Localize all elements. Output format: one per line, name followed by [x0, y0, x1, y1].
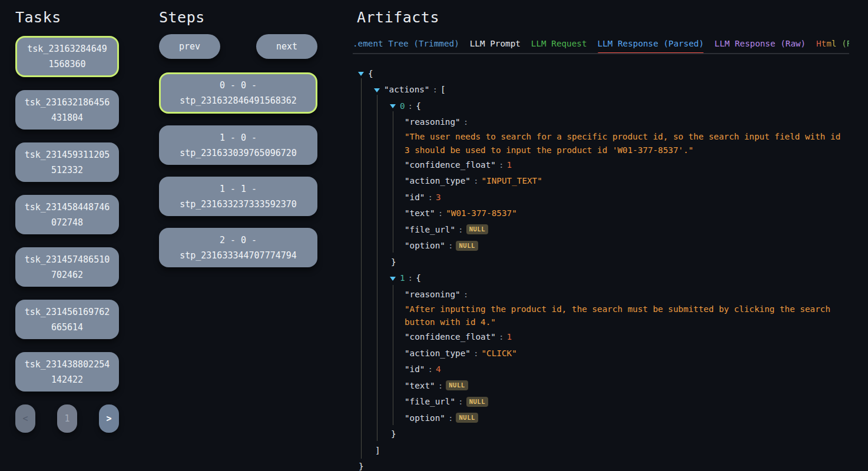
tab-llm-request[interactable]: LLM Request [531, 38, 587, 49]
tasks-pagination: < 1 > [15, 404, 119, 433]
tree-row: "file_url":NULL [357, 394, 849, 410]
task-item[interactable]: tsk_231457486510702462 [15, 247, 119, 287]
pagination-prev-button[interactable]: < [15, 404, 35, 433]
tree-row: } [357, 426, 849, 443]
collapse-icon[interactable] [374, 88, 380, 92]
tree-row: "option":NULL [357, 410, 849, 426]
steps-panel: Steps prev next 0 - 0 - stp_231632846491… [159, 9, 317, 279]
indent-guide [377, 95, 377, 441]
tree-row: "action_type":"INPUT_TEXT" [357, 173, 849, 190]
tree-row: 1:{ [357, 270, 849, 287]
null-badge: NULL [446, 380, 468, 390]
tab-html-raw[interactable]: Html (Raw) [816, 38, 849, 49]
collapse-icon[interactable] [390, 277, 396, 281]
tree-row: "text":NULL [357, 377, 849, 394]
artifacts-title: Artifacts [357, 9, 849, 26]
tasks-title: Tasks [15, 9, 119, 26]
task-item[interactable]: tsk_231632186456431804 [15, 90, 119, 130]
tree-row: "confidence_float":1 [357, 157, 849, 173]
tree-row: "text":"W01-377-8537" [357, 205, 849, 222]
collapse-icon[interactable] [390, 104, 396, 108]
step-item[interactable]: 1 - 0 - stp_231633039765096720 [159, 125, 317, 165]
task-item[interactable]: tsk_231456169762665614 [15, 300, 119, 339]
json-string-value: "The user needs to search for a specific… [357, 130, 843, 157]
task-item[interactable]: tsk_231459311205512332 [15, 142, 119, 182]
task-item[interactable]: tsk_231458448746072748 [15, 195, 119, 234]
json-string-value: "After inputting the product id, the sea… [357, 303, 843, 329]
next-step-button[interactable]: next [256, 34, 317, 59]
tree-row: "id":3 [357, 189, 849, 205]
pagination-page-button[interactable]: 1 [57, 404, 77, 433]
indent-guide [393, 285, 393, 425]
tree-row: ] [357, 442, 849, 459]
steps-nav: prev next [159, 34, 317, 59]
indent-guide [361, 78, 362, 459]
tree-row: { [357, 65, 849, 82]
tree-row: "action_type":"CLICK" [357, 345, 849, 361]
task-item[interactable]: tsk_231632846491568360 [15, 36, 119, 77]
step-item[interactable]: 2 - 0 - stp_231633344707774794 [159, 228, 317, 267]
collapse-icon[interactable] [358, 72, 364, 76]
tab-llm-response-parsed[interactable]: LLM Response (Parsed) [598, 38, 704, 49]
null-badge: NULL [466, 224, 488, 234]
tree-row: } [357, 459, 849, 471]
null-badge: NULL [466, 397, 488, 407]
tree-row: "file_url":NULL [357, 221, 849, 238]
json-tree: { "actions":[ 0:{ "reasoning": "The user… [357, 65, 849, 471]
tree-row: } [357, 254, 849, 270]
task-item[interactable]: tsk_231438802254142422 [15, 352, 119, 392]
step-item[interactable]: 0 - 0 - stp_231632846491568362 [159, 72, 317, 114]
null-badge: NULL [456, 413, 478, 423]
prev-step-button[interactable]: prev [159, 34, 220, 59]
indent-guide [393, 111, 393, 253]
tree-row: "id":4 [357, 361, 849, 378]
pagination-next-button[interactable]: > [99, 404, 119, 433]
tab-llm-prompt[interactable]: LLM Prompt [470, 38, 521, 49]
artifacts-tabbar: .ement Tree (Trimmed) LLM Prompt LLM Req… [353, 38, 849, 54]
tree-row: "confidence_float":1 [357, 329, 849, 346]
tree-row: "option":NULL [357, 238, 849, 254]
tab-llm-response-raw[interactable]: LLM Response (Raw) [714, 38, 806, 49]
step-item[interactable]: 1 - 1 - stp_231633237333592370 [159, 177, 317, 216]
tree-row: "reasoning": [357, 286, 849, 303]
tree-row: 0:{ [357, 98, 849, 114]
null-badge: NULL [456, 241, 478, 251]
artifacts-panel: Artifacts .ement Tree (Trimmed) LLM Prom… [357, 9, 849, 471]
tab-element-tree-trimmed[interactable]: .ement Tree (Trimmed) [353, 38, 459, 49]
tasks-panel: Tasks tsk_231632846491568360 tsk_2316321… [15, 9, 119, 433]
steps-title: Steps [159, 9, 317, 26]
tree-row: "actions":[ [357, 82, 849, 98]
tree-row: "reasoning": [357, 114, 849, 131]
